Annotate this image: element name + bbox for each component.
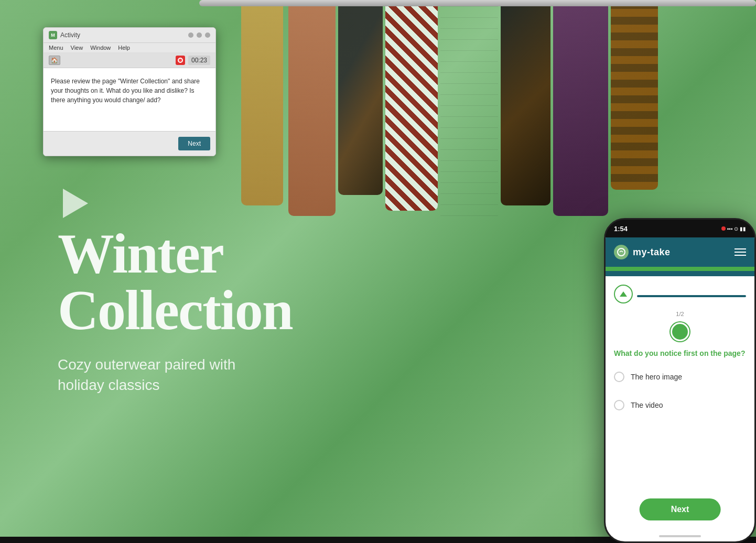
phone-status-icons: ▪▪▪ ⊙ ▮▮ — [721, 226, 746, 232]
activity-instruction: Please review the page "Winter Collectio… — [51, 77, 208, 105]
title-collection: Collection — [58, 282, 293, 339]
record-button-area — [614, 322, 746, 341]
subtitle-line1: Cozy outerwear paired with — [58, 356, 235, 373]
hamburger-line-2 — [735, 252, 746, 253]
menu-item-help[interactable]: Help — [118, 45, 130, 51]
garment-4 — [385, 6, 438, 211]
menu-item-menu[interactable]: Menu — [49, 45, 63, 51]
app-logo-text: my-take — [633, 247, 671, 258]
menu-item-view[interactable]: View — [71, 45, 83, 51]
activity-next-button[interactable]: Next — [178, 137, 210, 150]
svg-point-0 — [618, 248, 625, 256]
garment-8 — [611, 6, 658, 190]
progress-fill — [606, 267, 680, 271]
record-circle-icon — [178, 58, 183, 63]
hamburger-line-3 — [735, 255, 746, 256]
phone-signal-icons: ▪▪▪ ⊙ ▮▮ — [727, 226, 746, 232]
toolbar-right: 00:23 — [176, 56, 210, 65]
phone-mockup: 1:54 ▪▪▪ ⊙ ▮▮ my-take — [604, 218, 756, 543]
option-label-1: The hero image — [631, 373, 682, 381]
window-titlebar: M Activity — [44, 28, 215, 43]
title-winter: Winter — [58, 225, 293, 282]
step-indicator: 1/2 — [614, 311, 746, 317]
minimize-button[interactable] — [188, 32, 193, 38]
phone-next-button[interactable]: Next — [640, 498, 721, 520]
phone-time: 1:54 — [614, 225, 628, 233]
window-app-logo: M — [49, 31, 57, 39]
play-triangle-icon — [63, 189, 88, 218]
question-text: What do you notice first on the page? — [614, 349, 746, 358]
garment-6 — [501, 6, 550, 205]
maximize-button[interactable] — [197, 32, 202, 38]
window-toolbar: 🏠 00:23 — [44, 53, 215, 68]
app-header: my-take — [606, 237, 754, 267]
window-title: Activity — [60, 31, 80, 39]
menu-item-window[interactable]: Window — [90, 45, 111, 51]
collapse-button[interactable] — [614, 285, 633, 303]
close-button[interactable] — [205, 32, 210, 38]
phone-record-button[interactable] — [671, 322, 689, 341]
garment-2 — [288, 6, 336, 216]
phone-status-bar: 1:54 ▪▪▪ ⊙ ▮▮ — [606, 220, 754, 237]
timer-display: 00:23 — [188, 56, 210, 65]
window-controls — [188, 32, 210, 38]
home-button[interactable]: 🏠 — [49, 56, 60, 65]
garment-1 — [241, 6, 283, 205]
phone-home-indicator — [659, 535, 701, 537]
play-button[interactable] — [63, 189, 88, 218]
window-content: Please review the page "Winter Collectio… — [44, 68, 215, 131]
phone-recording-dot — [721, 226, 726, 231]
up-arrow-icon — [620, 291, 627, 297]
garment-3 — [338, 6, 383, 195]
progress-bar — [606, 267, 754, 271]
app-logo-icon — [614, 245, 629, 259]
garment-7 — [553, 6, 608, 216]
option-label-2: The video — [631, 401, 663, 409]
question-section: 1/2 What do you notice first on the page… — [606, 276, 754, 432]
hamburger-menu-button[interactable] — [735, 248, 746, 256]
answer-option-1[interactable]: The hero image — [614, 367, 746, 386]
progress-area — [606, 267, 754, 276]
record-indicator — [176, 56, 185, 65]
radio-1[interactable] — [614, 372, 624, 382]
answer-option-2[interactable]: The video — [614, 396, 746, 415]
activity-window: M Activity Menu View Window Help 🏠 00:23… — [43, 27, 216, 156]
window-footer: Next — [44, 131, 215, 156]
page-title-section: Winter Collection Cozy outerwear paired … — [58, 225, 293, 395]
subtitle: Cozy outerwear paired with holiday class… — [58, 354, 293, 395]
radio-2[interactable] — [614, 400, 624, 410]
app-logo: my-take — [614, 245, 671, 259]
garment-5 — [440, 6, 498, 226]
subtitle-line2: holiday classics — [58, 377, 160, 393]
phone-screen: my-take 1/2 — [606, 237, 754, 541]
window-menubar: Menu View Window Help — [44, 43, 215, 53]
hamburger-line-1 — [735, 248, 746, 249]
clothing-rod — [199, 0, 756, 6]
window-title-area: M Activity — [49, 31, 80, 39]
question-progress-bar — [637, 295, 746, 297]
